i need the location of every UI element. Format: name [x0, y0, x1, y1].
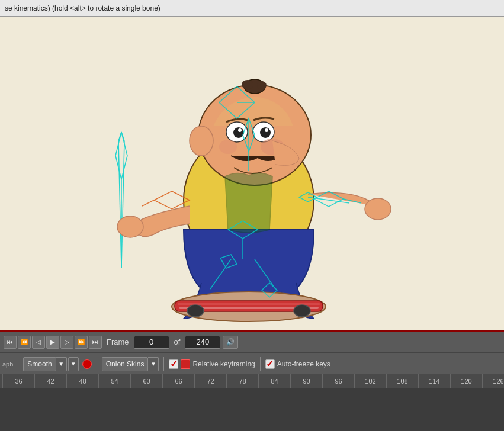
frame-forward-button[interactable]: ▷: [60, 336, 73, 349]
svg-point-25: [187, 305, 204, 317]
onion-skins-dropdown-arrow[interactable]: ▼: [148, 357, 159, 371]
ruler-tick: 36: [2, 374, 34, 388]
svg-point-20: [190, 126, 213, 156]
svg-point-10: [242, 80, 253, 89]
smooth-extra-arrow[interactable]: ▼: [68, 357, 79, 371]
timeline-ruler: 3642485460667278849096102108114120126132…: [0, 374, 504, 388]
bottom-toolbar: aph Smooth ▼ ▼ Onion Skins ▼ ✓ Relative …: [0, 353, 504, 374]
ruler-tick: 72: [194, 374, 226, 388]
smooth-dropdown[interactable]: Smooth: [23, 357, 56, 371]
frame-input[interactable]: [134, 336, 169, 349]
ruler-tick: 90: [290, 374, 322, 388]
separator-3: [163, 357, 164, 371]
svg-point-28: [365, 198, 391, 220]
rewind-to-start-button[interactable]: ⏮: [4, 336, 17, 349]
svg-point-17: [265, 128, 268, 132]
smooth-control: Smooth ▼ ▼: [23, 357, 78, 371]
ruler-tick: 66: [162, 374, 194, 388]
graph-label: aph: [2, 361, 13, 368]
ruler-tick: 126: [482, 374, 504, 388]
status-bar: se kinematics) (hold <alt> to rotate a s…: [0, 0, 504, 17]
auto-freeze-label: Auto-freeze keys: [277, 360, 330, 368]
ruler-tick: 114: [418, 374, 450, 388]
ruler-tick: 60: [130, 374, 162, 388]
auto-freeze-control: ✓ Auto-freeze keys: [265, 359, 330, 369]
record-button[interactable]: [82, 359, 92, 369]
of-label: of: [174, 337, 181, 346]
separator-4: [260, 357, 261, 371]
ruler-numbers: 3642485460667278849096102108114120126132…: [2, 374, 504, 388]
play-button[interactable]: ▶: [46, 336, 59, 349]
character-display: [0, 17, 504, 330]
separator-1: [18, 357, 18, 371]
svg-point-26: [294, 305, 310, 317]
fast-forward-button[interactable]: ⏭: [89, 336, 102, 349]
smooth-label: Smooth: [27, 360, 52, 368]
onion-skins-control: Onion Skins ▼: [102, 357, 159, 371]
chevron-down-icon-3: ▼: [150, 361, 156, 367]
svg-point-27: [117, 216, 143, 237]
ruler-tick: 96: [322, 374, 354, 388]
svg-point-15: [260, 127, 271, 138]
svg-point-14: [233, 127, 244, 138]
ruler-tick: 84: [258, 374, 290, 388]
auto-freeze-checkbox[interactable]: ✓: [265, 359, 275, 369]
svg-point-19: [219, 140, 237, 154]
speaker-button[interactable]: 🔊: [223, 336, 238, 349]
relative-keyframing-label: Relative keyframing: [192, 360, 255, 368]
checkmark-icon: ✓: [170, 358, 178, 369]
chevron-down-icon: ▼: [58, 361, 64, 367]
step-forward-button[interactable]: ⏩: [75, 336, 88, 349]
ruler-tick: 102: [354, 374, 386, 388]
separator-2: [97, 357, 97, 371]
onion-skins-label: Onion Skins: [106, 360, 145, 368]
total-frames-input[interactable]: [185, 336, 220, 349]
graph-area: aph: [2, 361, 13, 368]
ruler-tick: 54: [98, 374, 130, 388]
relative-keyframing-control: ✓ Relative keyframing: [169, 359, 255, 369]
ruler-tick: 120: [450, 374, 482, 388]
ruler-tick: 42: [34, 374, 66, 388]
relative-keyframing-indicator: [181, 359, 190, 369]
transport-controls: ⏮ ⏪ ◁ ▶ ▷ ⏩ ⏭: [4, 336, 102, 349]
canvas-area: [0, 17, 504, 330]
ruler-tick: 48: [66, 374, 98, 388]
ruler-tick: 108: [386, 374, 418, 388]
svg-point-11: [257, 81, 267, 89]
smooth-dropdown-arrow[interactable]: ▼: [56, 357, 67, 371]
chevron-down-icon-2: ▼: [70, 361, 76, 367]
svg-point-16: [238, 128, 242, 132]
onion-skins-dropdown[interactable]: Onion Skins: [102, 357, 149, 371]
transport-toolbar: ⏮ ⏪ ◁ ▶ ▷ ⏩ ⏭ Frame of 🔊: [0, 330, 504, 353]
checkmark-icon-2: ✓: [266, 358, 274, 369]
status-text: se kinematics) (hold <alt> to rotate a s…: [5, 4, 160, 12]
relative-keyframing-checkbox[interactable]: ✓: [169, 359, 178, 369]
step-back-button[interactable]: ⏪: [18, 336, 31, 349]
frame-back-button[interactable]: ◁: [32, 336, 45, 349]
frame-label: Frame: [107, 337, 129, 346]
ruler-tick: 78: [226, 374, 258, 388]
